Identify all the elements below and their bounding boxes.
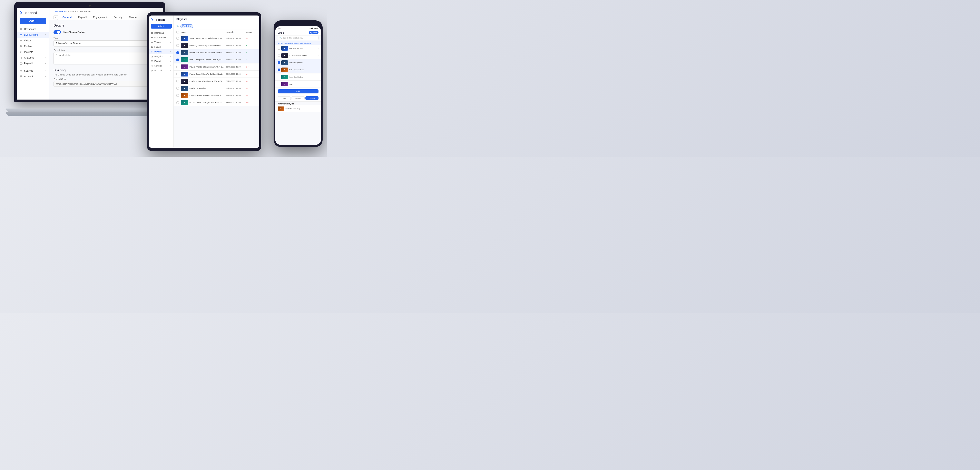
paywall-icon: $	[20, 62, 22, 65]
phone-list-item[interactable]: ▶ Arris	[275, 81, 321, 88]
sidebar-item-live-streams[interactable]: Live Streams ∧	[17, 32, 49, 38]
tab-back-button[interactable]: ‹	[54, 15, 58, 20]
tab-paywall[interactable]: Paywall	[75, 15, 89, 21]
sidebar-label-playlists: Playlists	[24, 51, 33, 54]
row-checkbox-4[interactable]	[177, 66, 179, 68]
sidebar-item-account[interactable]: Account ∨	[17, 74, 49, 79]
row-date-2: 28/05/2020, 12:00	[226, 52, 246, 54]
phone-item-checkbox-3[interactable]	[278, 68, 280, 71]
phone-sort-button[interactable]: Sort	[278, 96, 291, 100]
row-checkbox-1[interactable]	[177, 44, 179, 47]
table-row: ▶ Playlist Doesn't Have To Be Hard. Read…	[173, 71, 259, 78]
phone-item-thumb-5: ▶	[282, 82, 288, 86]
sharing-description: The Embed Code can add content to your w…	[54, 73, 159, 76]
phone-item-checkbox-1[interactable]	[278, 54, 280, 57]
row-status-3: ●	[246, 59, 258, 61]
tablet-col-status[interactable]: Status ▾	[246, 31, 258, 33]
row-name-8: Knowing These 5 Secrets Will Make Your P…	[189, 94, 224, 97]
tablet-sidebar-live-streams[interactable]: Live Streams	[149, 35, 173, 40]
tab-general[interactable]: General	[60, 15, 75, 21]
phone-upgrade-button[interactable]: Upgrade	[309, 31, 318, 34]
row-checkbox-2[interactable]	[177, 51, 179, 54]
play-icon-7: ▶	[184, 87, 185, 89]
tablet-sidebar-paywall[interactable]: $ Paywall ∨	[149, 59, 173, 64]
phone-item-checkbox-4[interactable]	[278, 76, 280, 78]
sidebar-item-paywall[interactable]: $ Paywall ∨	[17, 60, 49, 66]
sidebar-label-account: Account	[24, 75, 33, 78]
sidebar-item-settings[interactable]: Settings ∨	[17, 68, 49, 74]
tablet-search-chip-label: Playlist	[182, 25, 189, 27]
tablet-sidebar-playlists[interactable]: Playlists ∧	[149, 49, 173, 54]
description-textarea[interactable]	[54, 52, 159, 65]
sidebar-label-dashboard: Dashboard	[24, 28, 36, 30]
row-name-7: Playlist On A Budget	[189, 87, 206, 89]
tab-engagement[interactable]: Engagement	[90, 15, 110, 21]
svg-marker-5	[22, 34, 22, 35]
title-input[interactable]	[54, 40, 159, 46]
phone-list-item[interactable]: ▶ Comcast Sportsnet	[275, 59, 321, 66]
laptop-add-button[interactable]: Add +	[20, 18, 46, 24]
dacast-chevron-icon	[20, 11, 24, 15]
row-checkbox-9[interactable]	[177, 102, 179, 104]
phone-action-bar: Sort Settings Preview	[275, 95, 321, 102]
phone-list-item[interactable]: ▶ Home Satellite Svc	[275, 73, 321, 81]
svg-marker-25	[151, 41, 153, 43]
tablet-sidebar-videos[interactable]: Videos ∨	[149, 40, 173, 44]
phone-settings-button[interactable]: Settings	[291, 96, 305, 100]
phone-list-item[interactable]: ▶ Cable America Corp	[275, 66, 321, 73]
tablet-sidebar-account[interactable]: Account ∨	[149, 68, 173, 73]
phone-list-item[interactable]: ▶ Telecaster Services ›	[275, 45, 321, 52]
tablet-add-button[interactable]: Add +	[151, 24, 172, 29]
tab-theme[interactable]: Theme	[126, 15, 139, 21]
phone-preview-button[interactable]: Preview	[305, 96, 318, 100]
phone-item-checkbox-2[interactable]	[278, 61, 280, 64]
row-checkbox-5[interactable]	[177, 73, 179, 75]
live-stream-toggle[interactable]	[54, 30, 61, 34]
sidebar-item-folders[interactable]: Folders	[17, 43, 49, 49]
tablet-col-created[interactable]: Created ▾	[226, 31, 246, 33]
breadcrumb-parent[interactable]: Live Steams	[54, 10, 66, 13]
tablet-sidebar-folders[interactable]: Folders	[149, 44, 173, 49]
phone-screen: 9:41 ▂▄▆ 100% Setup Upgrade 🔍 Search Tit…	[275, 26, 321, 145]
laptop-sidebar: dacast Add + Dashboard	[17, 8, 49, 100]
tablet-sidebar-settings[interactable]: Settings ∨	[149, 64, 173, 68]
phone-footer-item[interactable]: ▶ Cable America Corp	[275, 105, 321, 113]
tablet-search-chip[interactable]: Playlist ✕	[180, 24, 193, 28]
row-checkbox-3[interactable]	[177, 59, 179, 61]
sidebar-item-playlists[interactable]: Playlists	[17, 49, 49, 55]
tablet-sidebar-analytics[interactable]: Analytics ∨	[149, 54, 173, 59]
sidebar-item-videos[interactable]: Videos	[17, 38, 49, 43]
svg-rect-2	[20, 29, 21, 30]
phone-item-checkbox-5[interactable]	[278, 83, 280, 85]
phone-item-checkbox-0[interactable]	[278, 47, 280, 49]
sidebar-item-dashboard[interactable]: Dashboard	[17, 26, 49, 32]
tablet-search-chip-close-icon[interactable]: ✕	[190, 25, 191, 27]
row-checkbox-0[interactable]	[177, 37, 179, 40]
row-checkbox-7[interactable]	[177, 87, 179, 90]
row-name-0: Apply These 5 Secret Techniques To Impro…	[189, 37, 224, 40]
tablet-nav-label-dashboard: Dashboard	[154, 32, 164, 34]
description-label: Description	[54, 49, 159, 51]
svg-point-37	[152, 70, 153, 71]
row-thumbnail-6: ▶	[181, 79, 188, 84]
sidebar-item-analytics[interactable]: Analytics ∨	[17, 55, 49, 60]
embed-code-input[interactable]	[54, 81, 159, 87]
tab-security[interactable]: Security	[111, 15, 125, 21]
tablet-col-name[interactable]: Name ▾	[181, 31, 226, 33]
folders-icon	[20, 45, 22, 48]
tablet-account-chevron-icon: ∨	[170, 70, 171, 71]
phone-list-item[interactable]: ▶ C T V15 North Suburban... ›	[275, 52, 321, 59]
phone-search-bar[interactable]: 🔍 Search Title and Labels...	[278, 36, 318, 40]
playlists-icon	[20, 51, 22, 54]
select-all-checkbox[interactable]	[177, 31, 179, 33]
tablet-search-icon: 🔍	[177, 25, 179, 27]
breadcrumb-current: Johanna's Live Stream	[68, 10, 91, 13]
breadcrumb: Live Steams / Johanna's Live Stream	[54, 10, 159, 13]
phone-battery: 100%	[314, 27, 318, 29]
phone-add-button[interactable]: Add	[278, 89, 318, 94]
row-checkbox-8[interactable]	[177, 94, 179, 97]
account-icon	[20, 75, 22, 78]
row-checkbox-6[interactable]	[177, 80, 179, 83]
tablet-sidebar-dashboard[interactable]: Dashboard	[149, 30, 173, 35]
svg-marker-29	[153, 52, 153, 52]
